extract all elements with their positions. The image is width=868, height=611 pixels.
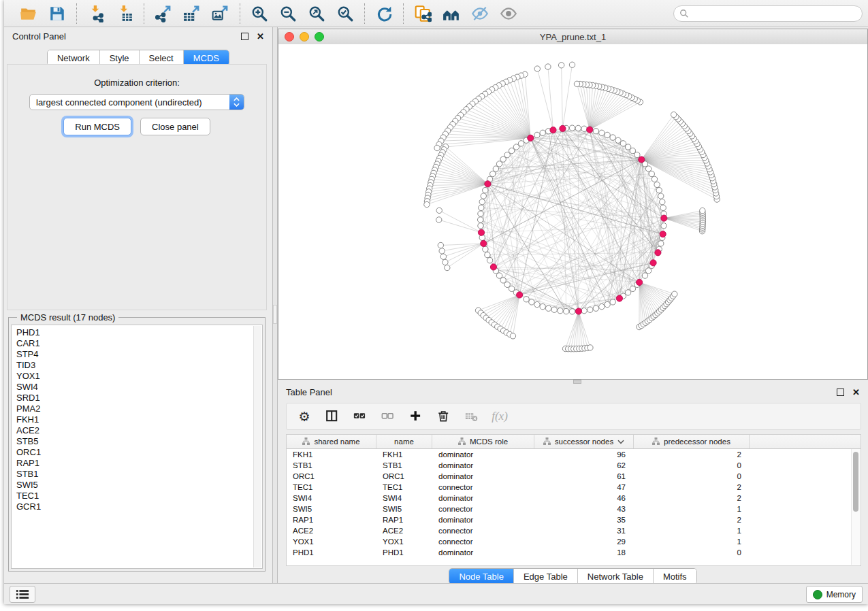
network-window: YPA_prune.txt_1 xyxy=(278,29,868,380)
mcds-result-item[interactable]: SRD1 xyxy=(16,393,262,403)
export-network-icon[interactable] xyxy=(154,4,173,23)
float-panel-icon[interactable] xyxy=(837,389,844,396)
delete-icon[interactable] xyxy=(436,408,452,425)
zoom-selected-icon[interactable] xyxy=(336,4,355,23)
mcds-result-groupbox: MCDS result (17 nodes) PHD1CAR1STP4TID3Y… xyxy=(8,317,266,572)
mcds-result-item[interactable]: ORC1 xyxy=(16,447,262,458)
table-row[interactable]: SWI5SWI5connector431 xyxy=(287,503,861,514)
vertical-splitter[interactable] xyxy=(272,27,278,584)
tab-select[interactable]: Select xyxy=(139,50,183,65)
table-cell: 46 xyxy=(534,493,634,503)
column-label: MCDS role xyxy=(470,437,508,446)
mcds-result-item[interactable]: TEC1 xyxy=(16,491,262,501)
hide-selected-icon[interactable] xyxy=(470,4,489,23)
tab-style[interactable]: Style xyxy=(99,50,139,65)
new-network-from-selection-icon[interactable] xyxy=(413,4,432,23)
columns-icon[interactable] xyxy=(324,408,340,425)
table-row[interactable]: PHD1PHD1dominator180 xyxy=(287,547,861,558)
save-session-icon[interactable] xyxy=(48,4,67,23)
table-row[interactable]: ACE2ACE2connector311 xyxy=(287,525,861,536)
search-box[interactable] xyxy=(673,5,863,22)
mcds-result-list[interactable]: PHD1CAR1STP4TID3YOX1SWI4SRD1PMA2FKH1ACE2… xyxy=(11,325,263,569)
table-cell: 1 xyxy=(634,525,750,536)
float-panel-icon[interactable] xyxy=(241,33,248,40)
table-cell: dominator xyxy=(432,449,534,460)
gear-icon[interactable]: ⚙ xyxy=(296,408,312,425)
column-label: name xyxy=(394,437,414,446)
mcds-result-item[interactable]: CAR1 xyxy=(16,338,262,349)
table-row[interactable]: STB1STB1dominator620 xyxy=(287,460,861,471)
node-table[interactable]: shared namenameMCDS rolesuccessor nodesp… xyxy=(286,434,861,566)
memory-button[interactable]: Memory xyxy=(806,586,863,603)
tab-mcds[interactable]: MCDS xyxy=(183,50,229,65)
zoom-fit-icon[interactable] xyxy=(307,4,326,23)
select-all-icon[interactable] xyxy=(352,408,368,425)
mcds-result-item[interactable]: YOX1 xyxy=(16,371,262,382)
table-cell: 0 xyxy=(634,460,750,471)
network-window-titlebar[interactable]: YPA_prune.txt_1 xyxy=(278,29,867,45)
mcds-result-item[interactable]: FKH1 xyxy=(16,414,262,425)
deselect-all-icon[interactable] xyxy=(380,408,396,425)
scrollbar-thumb[interactable] xyxy=(853,452,858,512)
mcds-result-item[interactable]: STP4 xyxy=(16,349,262,360)
mcds-result-item[interactable]: STB5 xyxy=(16,436,262,447)
table-cell: STB1 xyxy=(376,460,432,471)
status-bar: Memory xyxy=(4,583,868,604)
mcds-result-item[interactable]: TID3 xyxy=(16,360,262,371)
table-row[interactable]: YOX1YOX1connector291 xyxy=(287,536,861,547)
task-history-button[interactable] xyxy=(10,586,35,603)
dropdown-value: largest connected component (undirected) xyxy=(30,97,229,108)
optimization-criterion-select[interactable]: largest connected component (undirected) xyxy=(29,94,244,110)
column-header-MCDS-role[interactable]: MCDS role xyxy=(432,435,534,448)
splitter-handle[interactable] xyxy=(273,305,277,324)
table-cell: 31 xyxy=(534,525,634,536)
table-cell: ACE2 xyxy=(376,525,432,536)
mcds-result-item[interactable]: ACE2 xyxy=(16,425,262,436)
mcds-result-item[interactable]: PMA2 xyxy=(16,403,262,414)
mcds-result-item[interactable]: STB1 xyxy=(16,469,262,480)
table-row[interactable]: TEC1TEC1connector472 xyxy=(287,482,861,493)
tab-network[interactable]: Network xyxy=(48,50,99,65)
search-input[interactable] xyxy=(693,8,856,19)
table-cell: 61 xyxy=(534,471,634,482)
table-row[interactable]: SWI4SWI4dominator462 xyxy=(287,493,861,503)
close-panel-icon[interactable]: ✕ xyxy=(257,32,264,41)
mcds-result-item[interactable]: RAP1 xyxy=(16,458,262,469)
tab-network-table[interactable]: Network Table xyxy=(577,569,653,584)
mcds-result-item[interactable]: SWI4 xyxy=(16,382,262,393)
network-canvas[interactable] xyxy=(278,44,867,379)
import-network-icon[interactable] xyxy=(86,4,106,23)
first-neighbors-icon[interactable] xyxy=(442,4,461,23)
tab-edge-table[interactable]: Edge Table xyxy=(513,569,577,584)
column-header-shared-name[interactable]: shared name xyxy=(287,435,376,448)
import-table-icon[interactable] xyxy=(115,4,134,23)
mcds-result-item[interactable]: SWI5 xyxy=(16,480,262,491)
table-row[interactable]: RAP1RAP1dominator352 xyxy=(287,514,861,525)
close-panel-icon[interactable]: ✕ xyxy=(852,388,860,397)
add-icon[interactable] xyxy=(408,408,424,425)
zoom-out-icon[interactable] xyxy=(278,4,298,23)
tab-node-table[interactable]: Node Table xyxy=(449,569,513,584)
export-table-icon[interactable] xyxy=(182,4,202,23)
table-scrollbar[interactable] xyxy=(851,449,860,565)
refresh-icon[interactable] xyxy=(374,4,393,23)
run-mcds-button[interactable]: Run MCDS xyxy=(63,118,131,135)
open-file-icon[interactable] xyxy=(19,4,38,23)
table-cell: 2 xyxy=(634,482,750,493)
show-all-icon[interactable] xyxy=(499,4,518,23)
mcds-result-item[interactable]: PHD1 xyxy=(16,327,262,338)
column-header-predecessor-nodes[interactable]: predecessor nodes xyxy=(634,435,750,448)
column-header-name[interactable]: name xyxy=(376,435,432,448)
column-header-successor-nodes[interactable]: successor nodes xyxy=(534,435,634,448)
export-image-icon[interactable] xyxy=(211,4,230,23)
table-panel-titlebar: Table Panel ✕ xyxy=(278,384,868,400)
table-row[interactable]: FKH1FKH1dominator962 xyxy=(287,449,861,460)
mcds-result-item[interactable]: GCR1 xyxy=(16,501,262,512)
tab-motifs[interactable]: Motifs xyxy=(653,569,696,584)
control-panel-title: Control Panel xyxy=(12,31,66,42)
close-panel-button[interactable]: Close panel xyxy=(140,118,210,135)
zoom-in-icon[interactable] xyxy=(250,4,269,23)
table-delete-icon xyxy=(464,408,480,425)
mcds-list-scrollbar[interactable] xyxy=(253,326,261,567)
table-row[interactable]: ORC1ORC1dominator610 xyxy=(287,471,861,482)
